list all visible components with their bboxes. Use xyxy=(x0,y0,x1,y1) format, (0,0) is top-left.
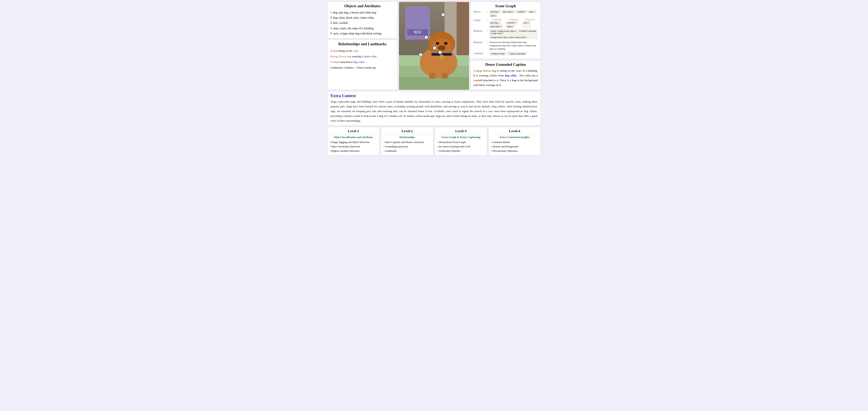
rel-cowbell-span: Cowbell xyxy=(330,60,340,63)
level-2-box: Level-2 Relationships Short Captions and… xyxy=(381,127,433,156)
scene-graph-title: Scene Graph xyxy=(473,4,538,8)
obj-text-2: dog collar, black color, chain collar xyxy=(333,15,374,20)
dense-caption-box: Dense Grounded Caption A large brown dog… xyxy=(470,60,541,90)
dc-bag: bag xyxy=(512,79,516,82)
levels-section: Level-1 Object locatlization and attribu… xyxy=(327,127,541,156)
list-item: Open Vocabulary Detection xyxy=(330,144,377,149)
obj-num-3: 3 xyxy=(330,20,332,26)
main-container: Objects and Attributes 1 dog, pub dog, a… xyxy=(326,0,542,157)
sg-objects-row: Objects → pub dog 1 dog collar 2 cowbell… xyxy=(473,10,538,17)
obj-text-1: dog, pub dog, a brown and white dog xyxy=(333,10,376,15)
svg-point-5 xyxy=(438,46,445,51)
list-item: Grounding expression xyxy=(383,144,431,149)
sg-arrow-4: → xyxy=(486,41,488,43)
sg-fg-2: dog collar 2 xyxy=(489,25,503,28)
level-1-box: Level-1 Object locatlization and attribu… xyxy=(327,127,380,156)
level-4-title: Level-4 xyxy=(491,129,538,134)
rel-chain-span: chain collar xyxy=(364,55,376,58)
sg-fg-tags: pub dog 1 dog collar 2 xyxy=(489,21,505,28)
sg-groups-content: Foreground Midground Background pub dog … xyxy=(489,19,538,28)
rel-collar-span: dog collar xyxy=(353,60,365,63)
list-item: In-contex Learning with LLM xyxy=(437,144,485,149)
dc-text-1: is sitting on the xyxy=(497,69,516,72)
dc-text-4: attached to it. There is a xyxy=(484,79,512,82)
dog-svg xyxy=(416,21,461,79)
list-item: Short Captions and Phrase extraction xyxy=(383,140,431,144)
level-2-title: Level-2 xyxy=(383,129,431,134)
rel-line-3: Cowbell attached to dog collar xyxy=(330,59,395,65)
extra-context-text: Dogs, especially pugs and bulldogs, have… xyxy=(331,99,537,123)
level-2-items: Short Captions and Phrase extraction Gro… xyxy=(383,140,431,153)
sg-tag-steps: steps 4 xyxy=(528,10,536,13)
relationships-box: Relationships and Landmarks A dog sittin… xyxy=(327,40,398,90)
sg-bg-header: Background xyxy=(523,19,538,21)
sg-relations-row1: Relations → A dog 1 sitting on the steps… xyxy=(473,29,538,39)
sg-rel-2: A large brown dog 1 with a chain collar … xyxy=(489,35,538,39)
level-2-subtitle: Relationships xyxy=(383,136,431,139)
rel-line-1: A dog sitting on the steps xyxy=(330,48,395,54)
dense-caption-title: Dense Grounded Caption xyxy=(473,62,538,67)
sg-arrow-5: → xyxy=(486,52,488,55)
dc-steps: steps xyxy=(516,69,522,72)
dc-dog-collar: dog collar xyxy=(505,74,517,77)
center-image: 9252 xyxy=(399,2,469,90)
sg-groups-headers: Foreground Midground Background xyxy=(489,19,538,21)
top-section: Objects and Attributes 1 dog, pub dog, a… xyxy=(327,2,541,90)
svg-rect-9 xyxy=(442,73,448,79)
rel-largedog-span: large brown dog xyxy=(333,55,351,58)
right-panel: Scene Graph Objects → pub dog 1 dog coll… xyxy=(470,2,541,90)
marker-3: 3 xyxy=(438,50,442,54)
level-4-subtitle: Extra Contextual Insights xyxy=(491,136,538,139)
sg-landmark-label: Landmark xyxy=(473,52,485,55)
sg-tag-collar: dog collar 2 xyxy=(502,10,515,13)
level-3-title: Level-3 xyxy=(437,129,485,134)
level-3-subtitle: Scene Graph & Dense Captioning xyxy=(437,136,485,139)
sg-rel-text-1: A brown and white dog sitting on the ste… xyxy=(489,41,538,44)
list-item: 1 dog, pub dog, a brown and white dog xyxy=(330,10,395,15)
sg-relations-label-2: Relations xyxy=(473,41,485,43)
level-3-items: Hierarchical Scene Graph In-contex Learn… xyxy=(437,140,485,153)
rel-steps-span: steps xyxy=(353,49,359,52)
sg-groups-tags: pub dog 1 dog collar 2 cowbell 3 steps 4… xyxy=(489,21,538,28)
landmark-tag-1: Outdoor Scene xyxy=(489,52,507,55)
objects-list: 1 dog, pub dog, a brown and white dog 2 … xyxy=(330,10,395,36)
svg-rect-8 xyxy=(429,73,435,79)
list-item: Hierarchical Scene Graph xyxy=(437,140,485,144)
marker-2: 2 xyxy=(424,35,428,39)
sg-groups-label: Groups xyxy=(473,19,485,21)
sg-mid-header: Midground xyxy=(506,19,521,21)
sg-mid-1: cowbell 3 xyxy=(506,21,517,24)
list-item: Precautionary Measures xyxy=(491,149,538,153)
sg-rel-1: A dog 1 sitting on the steps 4 Cowbell 3… xyxy=(489,29,538,35)
sg-fg-header: Foreground xyxy=(489,19,504,21)
marker-1: 1 xyxy=(433,46,437,50)
svg-point-3 xyxy=(436,42,439,45)
sg-groups-row: Groups → Foreground Midground Background… xyxy=(473,19,538,28)
sg-fg-1: pub dog 1 xyxy=(489,21,501,24)
obj-num-1: 1 xyxy=(330,10,332,15)
level-4-items: Lanmark Details History and Background P… xyxy=(491,140,538,153)
sg-arrow-3: → xyxy=(486,29,488,32)
objects-title: Objects and Attributes xyxy=(330,4,395,8)
sg-landmark-row: Landmark → Outdoor Scene Urban Landscape xyxy=(473,52,538,55)
sg-rel-text-2: A large brown dog with a chain collar is… xyxy=(489,44,538,51)
svg-point-4 xyxy=(444,42,447,45)
sg-landmark-tags: Outdoor Scene Urban Landscape xyxy=(489,52,538,55)
sg-tag-cowbell: cowbell 3 xyxy=(516,10,527,13)
rel-landmark: Landmarks: Outdoor – Urban Landscape xyxy=(330,65,395,70)
level-3-box: Level-3 Scene Graph & Dense Captioning H… xyxy=(435,127,487,156)
scene-graph-box: Scene Graph Objects → pub dog 1 dog coll… xyxy=(470,2,541,59)
level-4-box: Level-4 Extra Contextual Insights Lanmar… xyxy=(488,127,541,156)
list-item: 4 steps, stairs, the steps of a building xyxy=(330,26,395,31)
list-item: Landmarks xyxy=(383,149,431,153)
image-area: 9252 xyxy=(399,2,469,89)
list-item: Region Attribute Detection xyxy=(330,149,377,153)
list-item: Image Tagging and Object Detection xyxy=(330,140,377,144)
sg-arrow: → xyxy=(486,10,488,13)
obj-text-4: steps, stairs, the steps of a building xyxy=(333,26,373,31)
list-item: Verification Pipeline xyxy=(437,149,485,153)
dc-cowbell: cowbell xyxy=(473,79,483,82)
level-1-title: Level-1 xyxy=(330,129,377,134)
sg-relations-row2: Relations → A brown and white dog sittin… xyxy=(473,41,538,51)
marker-5: 5 xyxy=(441,13,445,17)
